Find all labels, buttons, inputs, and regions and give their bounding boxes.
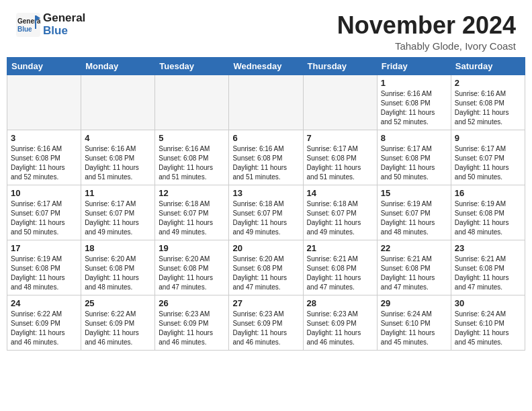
day-info: Sunrise: 6:18 AM Sunset: 6:07 PM Dayligh… bbox=[307, 199, 373, 237]
calendar-cell: 25Sunrise: 6:22 AM Sunset: 6:09 PM Dayli… bbox=[81, 295, 155, 350]
day-info: Sunrise: 6:21 AM Sunset: 6:08 PM Dayligh… bbox=[381, 255, 447, 292]
calendar-cell: 19Sunrise: 6:20 AM Sunset: 6:08 PM Dayli… bbox=[155, 240, 229, 295]
day-info: Sunrise: 6:16 AM Sunset: 6:08 PM Dayligh… bbox=[455, 89, 521, 127]
day-number: 21 bbox=[307, 243, 373, 253]
day-info: Sunrise: 6:20 AM Sunset: 6:08 PM Dayligh… bbox=[232, 255, 299, 292]
day-info: Sunrise: 6:21 AM Sunset: 6:08 PM Dayligh… bbox=[455, 255, 521, 292]
day-info: Sunrise: 6:16 AM Sunset: 6:08 PM Dayligh… bbox=[159, 144, 225, 182]
day-number: 27 bbox=[232, 298, 299, 308]
day-number: 1 bbox=[381, 78, 447, 88]
calendar-week-row: 10Sunrise: 6:17 AM Sunset: 6:07 PM Dayli… bbox=[7, 185, 525, 240]
day-number: 14 bbox=[307, 188, 373, 198]
day-number: 25 bbox=[85, 298, 151, 308]
day-info: Sunrise: 6:17 AM Sunset: 6:07 PM Dayligh… bbox=[11, 199, 77, 237]
weekday-header-wednesday: Wednesday bbox=[229, 57, 303, 75]
weekday-header-saturday: Saturday bbox=[451, 57, 525, 75]
calendar-cell: 5Sunrise: 6:16 AM Sunset: 6:08 PM Daylig… bbox=[155, 130, 229, 185]
day-info: Sunrise: 6:17 AM Sunset: 6:07 PM Dayligh… bbox=[85, 199, 151, 237]
calendar-cell: 28Sunrise: 6:23 AM Sunset: 6:09 PM Dayli… bbox=[303, 295, 377, 350]
calendar-cell bbox=[229, 75, 303, 130]
calendar-cell: 9Sunrise: 6:17 AM Sunset: 6:07 PM Daylig… bbox=[451, 130, 525, 185]
calendar-week-row: 1Sunrise: 6:16 AM Sunset: 6:08 PM Daylig… bbox=[7, 75, 525, 130]
day-number: 10 bbox=[11, 188, 77, 198]
weekday-header-thursday: Thursday bbox=[303, 57, 377, 75]
calendar-cell: 24Sunrise: 6:22 AM Sunset: 6:09 PM Dayli… bbox=[7, 295, 81, 350]
day-info: Sunrise: 6:19 AM Sunset: 6:08 PM Dayligh… bbox=[455, 199, 521, 237]
day-info: Sunrise: 6:16 AM Sunset: 6:08 PM Dayligh… bbox=[85, 144, 151, 182]
title-block: November 2024 Tahably Glode, Ivory Coast bbox=[337, 12, 516, 52]
day-info: Sunrise: 6:17 AM Sunset: 6:08 PM Dayligh… bbox=[381, 144, 447, 182]
svg-text:Blue: Blue bbox=[17, 26, 32, 33]
calendar-cell: 22Sunrise: 6:21 AM Sunset: 6:08 PM Dayli… bbox=[377, 240, 451, 295]
day-number: 28 bbox=[307, 298, 373, 308]
day-number: 12 bbox=[159, 188, 225, 198]
page: General Blue General Blue November 2024 … bbox=[0, 0, 532, 411]
logo-general-text: General bbox=[43, 12, 85, 25]
day-number: 22 bbox=[381, 243, 447, 253]
calendar-cell: 7Sunrise: 6:17 AM Sunset: 6:08 PM Daylig… bbox=[303, 130, 377, 185]
calendar-week-row: 17Sunrise: 6:19 AM Sunset: 6:08 PM Dayli… bbox=[7, 240, 525, 295]
location-subtitle: Tahably Glode, Ivory Coast bbox=[337, 40, 516, 52]
calendar-cell: 16Sunrise: 6:19 AM Sunset: 6:08 PM Dayli… bbox=[451, 185, 525, 240]
day-info: Sunrise: 6:17 AM Sunset: 6:07 PM Dayligh… bbox=[455, 144, 521, 182]
calendar-cell: 18Sunrise: 6:20 AM Sunset: 6:08 PM Dayli… bbox=[81, 240, 155, 295]
day-number: 19 bbox=[159, 243, 225, 253]
day-number: 6 bbox=[232, 133, 299, 143]
day-info: Sunrise: 6:22 AM Sunset: 6:09 PM Dayligh… bbox=[11, 310, 77, 347]
day-number: 4 bbox=[85, 133, 151, 143]
day-number: 26 bbox=[159, 298, 225, 308]
day-number: 13 bbox=[232, 188, 299, 198]
calendar-cell: 29Sunrise: 6:24 AM Sunset: 6:10 PM Dayli… bbox=[377, 295, 451, 350]
day-info: Sunrise: 6:18 AM Sunset: 6:07 PM Dayligh… bbox=[232, 199, 299, 237]
calendar-cell bbox=[7, 75, 81, 130]
day-info: Sunrise: 6:23 AM Sunset: 6:09 PM Dayligh… bbox=[232, 310, 299, 347]
calendar-cell: 15Sunrise: 6:19 AM Sunset: 6:07 PM Dayli… bbox=[377, 185, 451, 240]
weekday-header-monday: Monday bbox=[81, 57, 155, 75]
day-number: 24 bbox=[11, 298, 77, 308]
day-info: Sunrise: 6:24 AM Sunset: 6:10 PM Dayligh… bbox=[455, 310, 521, 347]
day-number: 20 bbox=[232, 243, 299, 253]
day-number: 18 bbox=[85, 243, 151, 253]
calendar-cell: 6Sunrise: 6:16 AM Sunset: 6:08 PM Daylig… bbox=[229, 130, 303, 185]
day-number: 8 bbox=[381, 133, 447, 143]
logo-text: General Blue bbox=[43, 12, 85, 37]
svg-rect-4 bbox=[35, 15, 36, 29]
calendar-cell: 17Sunrise: 6:19 AM Sunset: 6:08 PM Dayli… bbox=[7, 240, 81, 295]
weekday-header-sunday: Sunday bbox=[7, 57, 81, 75]
day-info: Sunrise: 6:23 AM Sunset: 6:09 PM Dayligh… bbox=[159, 310, 225, 347]
calendar-cell: 14Sunrise: 6:18 AM Sunset: 6:07 PM Dayli… bbox=[303, 185, 377, 240]
day-number: 5 bbox=[159, 133, 225, 143]
day-info: Sunrise: 6:24 AM Sunset: 6:10 PM Dayligh… bbox=[381, 310, 447, 347]
day-number: 15 bbox=[381, 188, 447, 198]
day-number: 7 bbox=[307, 133, 373, 143]
calendar-cell: 2Sunrise: 6:16 AM Sunset: 6:08 PM Daylig… bbox=[451, 75, 525, 130]
day-info: Sunrise: 6:19 AM Sunset: 6:08 PM Dayligh… bbox=[11, 255, 77, 292]
calendar-table: SundayMondayTuesdayWednesdayThursdayFrid… bbox=[7, 57, 525, 351]
calendar-cell bbox=[303, 75, 377, 130]
calendar-cell: 26Sunrise: 6:23 AM Sunset: 6:09 PM Dayli… bbox=[155, 295, 229, 350]
logo-icon: General Blue bbox=[16, 13, 40, 37]
weekday-header-tuesday: Tuesday bbox=[155, 57, 229, 75]
calendar-week-row: 24Sunrise: 6:22 AM Sunset: 6:09 PM Dayli… bbox=[7, 295, 525, 350]
calendar-week-row: 3Sunrise: 6:16 AM Sunset: 6:08 PM Daylig… bbox=[7, 130, 525, 185]
calendar-cell: 27Sunrise: 6:23 AM Sunset: 6:09 PM Dayli… bbox=[229, 295, 303, 350]
day-info: Sunrise: 6:16 AM Sunset: 6:08 PM Dayligh… bbox=[232, 144, 299, 182]
logo-blue-text: Blue bbox=[43, 25, 85, 38]
calendar-cell: 4Sunrise: 6:16 AM Sunset: 6:08 PM Daylig… bbox=[81, 130, 155, 185]
day-number: 11 bbox=[85, 188, 151, 198]
day-number: 23 bbox=[455, 243, 521, 253]
weekday-header-friday: Friday bbox=[377, 57, 451, 75]
day-info: Sunrise: 6:18 AM Sunset: 6:07 PM Dayligh… bbox=[159, 199, 225, 237]
day-info: Sunrise: 6:16 AM Sunset: 6:08 PM Dayligh… bbox=[11, 144, 77, 182]
day-number: 29 bbox=[381, 298, 447, 308]
day-number: 16 bbox=[455, 188, 521, 198]
day-info: Sunrise: 6:23 AM Sunset: 6:09 PM Dayligh… bbox=[307, 310, 373, 347]
calendar-cell: 21Sunrise: 6:21 AM Sunset: 6:08 PM Dayli… bbox=[303, 240, 377, 295]
day-info: Sunrise: 6:20 AM Sunset: 6:08 PM Dayligh… bbox=[159, 255, 225, 292]
calendar-cell: 3Sunrise: 6:16 AM Sunset: 6:08 PM Daylig… bbox=[7, 130, 81, 185]
calendar-cell: 13Sunrise: 6:18 AM Sunset: 6:07 PM Dayli… bbox=[229, 185, 303, 240]
calendar-cell: 20Sunrise: 6:20 AM Sunset: 6:08 PM Dayli… bbox=[229, 240, 303, 295]
calendar-cell: 10Sunrise: 6:17 AM Sunset: 6:07 PM Dayli… bbox=[7, 185, 81, 240]
day-info: Sunrise: 6:16 AM Sunset: 6:08 PM Dayligh… bbox=[381, 89, 447, 127]
month-title: November 2024 bbox=[337, 12, 516, 39]
